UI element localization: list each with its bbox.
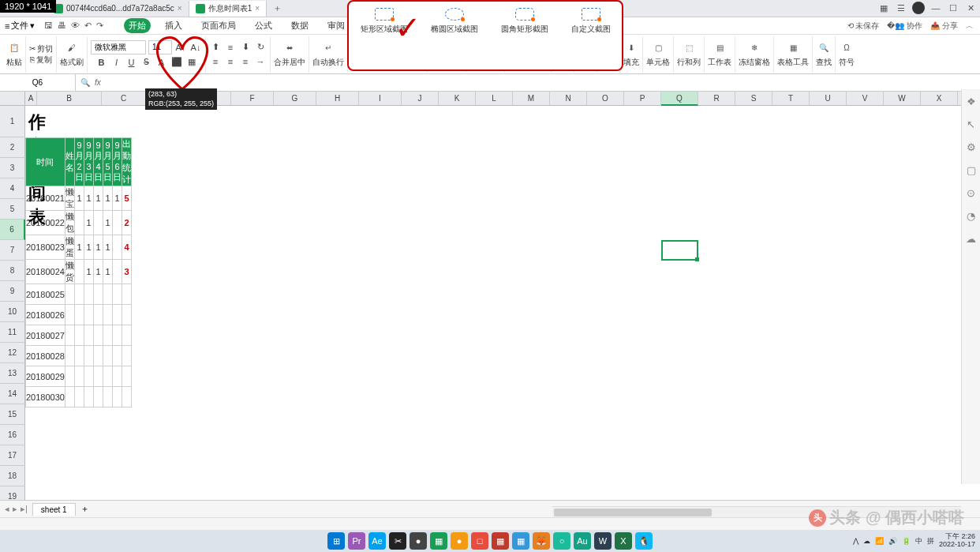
- column-header[interactable]: Q: [661, 92, 698, 106]
- minimize-button[interactable]: —: [930, 3, 942, 13]
- table-cell[interactable]: 20180021: [26, 186, 65, 211]
- row-header[interactable]: 18: [0, 466, 25, 486]
- column-header[interactable]: N: [550, 92, 587, 106]
- decrease-font-icon[interactable]: A↓: [189, 41, 202, 54]
- column-header[interactable]: P: [624, 92, 661, 106]
- table-cell[interactable]: 20180027: [26, 325, 65, 346]
- table-cell[interactable]: 1: [103, 235, 112, 260]
- table-cell[interactable]: 1: [93, 235, 103, 260]
- undo-icon[interactable]: ↶: [84, 21, 92, 31]
- column-header[interactable]: X: [921, 92, 958, 106]
- table-cell[interactable]: [93, 325, 103, 346]
- row-header[interactable]: 10: [0, 302, 25, 322]
- table-cell[interactable]: [122, 387, 131, 407]
- increase-font-icon[interactable]: A↑: [174, 41, 187, 54]
- fill-button[interactable]: ⬇填充: [623, 41, 639, 68]
- column-header[interactable]: S: [735, 92, 772, 106]
- table-cell[interactable]: 20180023: [26, 235, 65, 260]
- row-header[interactable]: 11: [0, 322, 25, 343]
- table-cell[interactable]: 1: [103, 211, 112, 235]
- row-header[interactable]: 17: [0, 445, 25, 466]
- collapse-ribbon-icon[interactable]: ︿: [966, 21, 974, 32]
- side-menu-icon[interactable]: ❖: [967, 96, 976, 107]
- column-header[interactable]: H: [316, 92, 359, 106]
- tray-cloud-icon[interactable]: ☁: [863, 537, 870, 545]
- column-header[interactable]: K: [439, 92, 476, 106]
- strike-button[interactable]: S̶: [140, 56, 153, 69]
- font-color-button[interactable]: A: [155, 56, 168, 69]
- table-cell[interactable]: 20180028: [26, 346, 65, 366]
- symbol-button[interactable]: Ω符号: [839, 41, 855, 68]
- freeze-button[interactable]: ❄冻结窗格: [739, 41, 770, 68]
- table-cell[interactable]: [93, 305, 103, 325]
- rect-screenshot-button[interactable]: 矩形区域截图: [361, 8, 408, 35]
- table-cell[interactable]: 3: [122, 260, 131, 284]
- tab-close-icon[interactable]: ×: [255, 4, 260, 13]
- row-header[interactable]: 9: [0, 281, 25, 302]
- active-cell[interactable]: [661, 240, 698, 261]
- table-cell[interactable]: [74, 366, 84, 387]
- ribbon-tab[interactable]: 数据: [286, 18, 313, 33]
- cut-button[interactable]: ✂ 剪切: [29, 43, 53, 54]
- add-sheet-button[interactable]: ＋: [80, 503, 89, 515]
- table-cell[interactable]: 20180029: [26, 366, 65, 387]
- table-cell[interactable]: 1: [93, 186, 103, 211]
- table-cell[interactable]: 1: [103, 186, 112, 211]
- table-cell[interactable]: [103, 325, 112, 346]
- redo-icon[interactable]: ↷: [96, 21, 103, 31]
- document-tab[interactable]: 作息时间表1×: [189, 1, 267, 17]
- tray-vol-icon[interactable]: 🔊: [888, 537, 897, 545]
- table-cell[interactable]: 5: [122, 186, 131, 211]
- row-header[interactable]: 5: [0, 199, 25, 220]
- table-cell[interactable]: [74, 284, 84, 305]
- column-header[interactable]: M: [513, 92, 550, 106]
- tray-wifi-icon[interactable]: 📶: [875, 537, 884, 545]
- column-header[interactable]: R: [698, 92, 735, 106]
- row-header[interactable]: 14: [0, 384, 25, 404]
- taskbar-app-icon[interactable]: ✂: [389, 532, 406, 550]
- row-header[interactable]: 3: [0, 158, 25, 178]
- ellipse-screenshot-button[interactable]: 椭圆区域截图: [431, 8, 478, 35]
- table-cell[interactable]: [122, 305, 131, 325]
- table-cell[interactable]: [65, 387, 74, 407]
- ribbon-tab[interactable]: 开始: [124, 18, 151, 33]
- cell-button[interactable]: ▢单元格: [646, 41, 670, 68]
- taskbar-app-icon[interactable]: ●: [451, 532, 468, 550]
- format-brush-button[interactable]: 🖌格式刷: [60, 41, 84, 68]
- table-cell[interactable]: [103, 346, 112, 366]
- table-cell[interactable]: [112, 284, 122, 305]
- tab-close-icon[interactable]: ×: [178, 4, 182, 13]
- share-button[interactable]: 📤 分享: [930, 21, 958, 32]
- taskbar-app-icon[interactable]: Au: [574, 532, 591, 550]
- taskbar-app-icon[interactable]: 🦊: [533, 532, 550, 550]
- name-box[interactable]: Q6: [0, 74, 76, 92]
- sheet-tab[interactable]: sheet 1: [32, 503, 76, 516]
- align-right-icon[interactable]: ≡: [239, 55, 252, 68]
- side-help-icon[interactable]: ⊙: [967, 187, 975, 199]
- ribbon-tab[interactable]: 插入: [160, 18, 187, 33]
- list-icon[interactable]: ☰: [895, 3, 907, 13]
- custom-screenshot-button[interactable]: 自定义截图: [571, 8, 611, 35]
- merge-button[interactable]: ⬌合并居中: [274, 41, 305, 68]
- table-cell[interactable]: [74, 211, 84, 235]
- column-header[interactable]: I: [359, 92, 402, 106]
- zoom-fx-icon[interactable]: 🔍: [80, 78, 90, 87]
- document-tab[interactable]: 0074f4ccd6a0...dd7a72a8ac5c×: [47, 1, 189, 17]
- table-cell[interactable]: 懒货: [65, 260, 74, 284]
- taskbar-app-icon[interactable]: 🐧: [635, 532, 653, 550]
- preview-icon[interactable]: 👁: [71, 21, 80, 31]
- table-cell[interactable]: [93, 366, 103, 387]
- table-cell[interactable]: 20180030: [26, 387, 65, 407]
- table-cell[interactable]: [93, 284, 103, 305]
- sheet-nav[interactable]: ◂▸▸|: [5, 504, 28, 514]
- taskbar-app-icon[interactable]: ●: [410, 532, 427, 550]
- table-cell[interactable]: [74, 387, 84, 407]
- table-cell[interactable]: [103, 366, 112, 387]
- tray-bat-icon[interactable]: 🔋: [902, 537, 911, 545]
- table-cell[interactable]: [65, 346, 74, 366]
- save-icon[interactable]: 🖫: [44, 21, 53, 31]
- column-header[interactable]: W: [884, 92, 921, 106]
- side-layers-icon[interactable]: ▢: [967, 164, 976, 176]
- table-cell[interactable]: 懒蛋: [65, 235, 74, 260]
- table-cell[interactable]: [74, 260, 84, 284]
